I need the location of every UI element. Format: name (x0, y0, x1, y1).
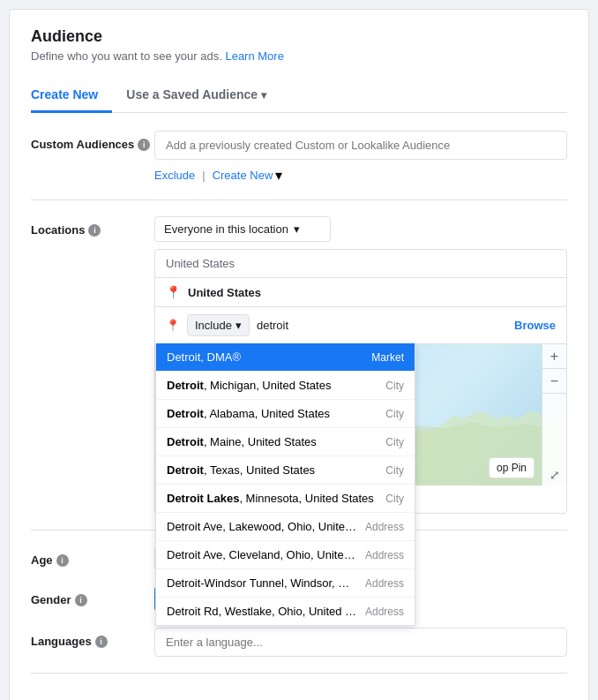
custom-audiences-content: Exclude | Create New ▾ (154, 131, 567, 184)
language-input[interactable] (154, 628, 567, 657)
location-search-dropdown: Detroit, DMA®MarketDetroit, Michigan, Un… (155, 343, 415, 626)
learn-more-link[interactable]: Learn More (225, 49, 283, 63)
panel-title: Audience (31, 27, 567, 46)
dropdown-item[interactable]: Detroit, Texas, United StatesCity (156, 456, 415, 485)
search-pin-icon: 📍 (166, 319, 180, 332)
section-divider-3 (31, 673, 567, 674)
exclude-link[interactable]: Exclude (154, 169, 195, 182)
locations-content: Everyone in this location ▾ United State… (154, 216, 567, 514)
panel-subtitle: Define who you want to see your ads. Lea… (31, 49, 567, 63)
create-new-chevron: ▾ (275, 167, 282, 184)
browse-button[interactable]: Browse (514, 319, 556, 332)
custom-audiences-row: Custom Audiences i Exclude | Create New … (31, 131, 567, 184)
location-box: United States 📍 United States 📍 Include … (154, 249, 567, 514)
custom-audiences-label: Custom Audiences i (31, 131, 154, 151)
saved-audience-chevron (261, 87, 266, 102)
location-type-value: Everyone in this location (164, 222, 288, 236)
dropdown-item[interactable]: Detroit-Windsor Tunnel, Windsor, On...Ad… (156, 569, 415, 598)
include-select[interactable]: Include ▾ (187, 314, 250, 336)
drop-pin-button[interactable]: op Pin (489, 457, 534, 478)
gender-info-icon[interactable]: i (75, 594, 87, 606)
tabs-container: Create New Use a Saved Audience (31, 79, 567, 113)
location-country-header: United States (155, 250, 566, 278)
age-info-icon[interactable]: i (56, 554, 69, 567)
tab-create-new[interactable]: Create New (31, 79, 112, 113)
section-divider-1 (31, 199, 567, 200)
dropdown-item[interactable]: Detroit Ave, Lakewood, Ohio, United ...A… (156, 513, 415, 541)
panel-header: Audience Define who you want to see your… (31, 27, 567, 63)
zoom-in-button[interactable]: + (542, 344, 567, 369)
zoom-out-button[interactable]: − (542, 369, 567, 394)
create-new-button[interactable]: Create New ▾ (213, 167, 283, 184)
languages-row: Languages i (31, 628, 567, 657)
locations-row: Locations i Everyone in this location ▾ … (31, 216, 567, 514)
location-pin-icon: 📍 (166, 285, 181, 299)
dropdown-item[interactable]: Detroit, Alabama, United StatesCity (156, 400, 415, 428)
include-label: Include (195, 319, 232, 332)
dropdown-item[interactable]: Detroit Ave, Cleveland, Ohio, United ...… (156, 541, 415, 569)
languages-info-icon[interactable]: i (95, 636, 108, 648)
location-selected-item: 📍 United States (155, 278, 566, 307)
age-label: Age i (31, 546, 154, 567)
custom-audiences-input[interactable] (154, 131, 567, 160)
custom-audiences-info-icon[interactable]: i (138, 139, 150, 151)
dropdown-item[interactable]: Detroit, Maine, United StatesCity (156, 428, 415, 456)
dropdown-item[interactable]: Detroit Lakes, Minnesota, United StatesC… (156, 485, 415, 513)
languages-label: Languages i (31, 628, 154, 648)
audience-actions: Exclude | Create New ▾ (154, 167, 567, 184)
locations-label: Locations i (31, 216, 154, 237)
gender-label: Gender i (31, 586, 154, 606)
audience-panel: Audience Define who you want to see your… (9, 9, 589, 700)
zoom-expand-button[interactable]: ⤢ (549, 468, 560, 482)
location-search-input[interactable] (257, 319, 507, 332)
create-new-link[interactable]: Create New (213, 169, 273, 182)
languages-content (154, 628, 567, 657)
dropdown-item[interactable]: Detroit, DMA®Market (156, 343, 415, 372)
location-type-dropdown[interactable]: Everyone in this location ▾ (154, 216, 331, 242)
actions-divider: | (202, 169, 205, 182)
location-type-chevron: ▾ (294, 222, 300, 236)
map-zoom-controls: + − ⤢ (542, 344, 566, 485)
dropdown-item[interactable]: Detroit Rd, Westlake, Ohio, United St...… (156, 598, 415, 625)
tab-use-saved[interactable]: Use a Saved Audience (112, 79, 280, 113)
locations-info-icon[interactable]: i (88, 224, 101, 237)
dropdown-item[interactable]: Detroit, Michigan, United StatesCity (156, 372, 415, 400)
include-search-row: 📍 Include ▾ Browse Detroit, DMA®MarketDe… (155, 307, 566, 344)
include-chevron: ▾ (235, 319, 242, 332)
